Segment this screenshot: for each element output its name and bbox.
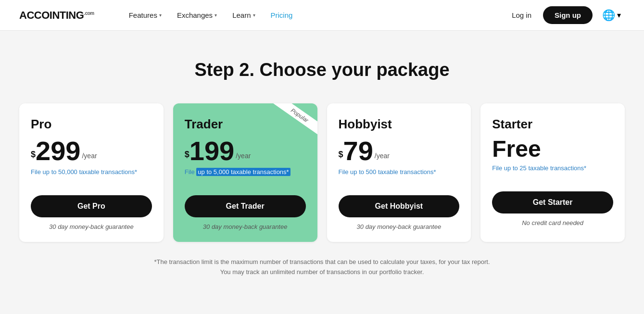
signup-button[interactable]: Sign up	[543, 6, 593, 24]
nav-learn[interactable]: Learn ▾	[227, 7, 261, 23]
nav-exchanges[interactable]: Exchanges ▾	[171, 7, 223, 23]
plan-name-starter: Starter	[492, 117, 613, 132]
chevron-down-icon: ▾	[253, 13, 255, 18]
price-row-hobbyist: $ 79 /year	[339, 138, 460, 164]
brand-dotcom: .com	[84, 10, 94, 15]
get-pro-button[interactable]: Get Pro	[31, 195, 152, 217]
plan-note-pro: 30 day money-back guarantee	[31, 223, 152, 230]
plan-desc-pro: File up to 50,000 taxable transactions*	[31, 168, 152, 186]
price-row-starter: Free	[492, 138, 613, 161]
plan-card-hobbyist: Hobbyist $ 79 /year File up to 500 taxab…	[327, 103, 471, 242]
plan-desc-highlight-trader: up to 5,000 taxable transactions*	[196, 168, 290, 176]
price-currency-hobbyist: $	[339, 150, 343, 160]
price-currency-trader: $	[185, 150, 189, 160]
plan-name-pro: Pro	[31, 117, 152, 132]
plan-note-hobbyist: 30 day money-back guarantee	[339, 223, 460, 230]
globe-icon: 🌐	[602, 9, 615, 22]
nav-pricing[interactable]: Pricing	[265, 7, 299, 23]
price-amount-trader: 199	[189, 138, 234, 164]
price-amount-pro: 299	[36, 138, 80, 164]
login-button[interactable]: Log in	[506, 7, 537, 23]
get-hobbyist-button[interactable]: Get Hobbyist	[339, 195, 460, 217]
plan-name-trader: Trader	[185, 117, 306, 132]
plan-note-trader: 30 day money-back guarantee	[185, 223, 306, 230]
price-period-trader: /year	[236, 152, 251, 160]
price-row-pro: $ 299 /year	[31, 138, 152, 164]
price-row-trader: $ 199 /year	[185, 138, 306, 164]
get-starter-button[interactable]: Get Starter	[492, 191, 613, 214]
pricing-grid: Pro $ 299 /year File up to 50,000 taxabl…	[19, 103, 625, 242]
get-trader-button[interactable]: Get Trader	[185, 195, 306, 217]
plan-card-trader: Popular Trader $ 199 /year File up to 5,…	[173, 103, 317, 242]
plan-note-starter: No credit card needed	[492, 219, 613, 226]
main-content: Step 2. Choose your package Pro $ 299 /y…	[0, 31, 644, 297]
price-amount-starter: Free	[492, 138, 541, 161]
language-selector[interactable]: 🌐 ▾	[598, 7, 625, 24]
page-title: Step 2. Choose your package	[19, 60, 625, 80]
nav-actions: Log in Sign up 🌐 ▾	[506, 6, 625, 24]
plan-desc-trader: File up to 5,000 taxable transactions*	[185, 168, 306, 186]
nav-features[interactable]: Features ▾	[123, 7, 167, 23]
price-currency-pro: $	[31, 150, 36, 160]
footnote: *The transaction limit is the maximum nu…	[154, 257, 491, 277]
chevron-down-icon: ▾	[617, 11, 621, 20]
price-period-hobbyist: /year	[375, 152, 390, 160]
plan-desc-hobbyist: File up to 500 taxable transactions*	[339, 168, 460, 186]
price-amount-hobbyist: 79	[343, 138, 373, 164]
chevron-down-icon: ▾	[215, 13, 217, 18]
chevron-down-icon: ▾	[159, 13, 162, 18]
navbar: ACCOINTING.com Features ▾ Exchanges ▾ Le…	[0, 0, 644, 31]
plan-card-starter: Starter Free File up to 25 taxable trans…	[480, 103, 625, 242]
plan-card-pro: Pro $ 299 /year File up to 50,000 taxabl…	[19, 103, 164, 242]
plan-name-hobbyist: Hobbyist	[339, 117, 460, 132]
brand-coin: O	[41, 9, 50, 21]
nav-links: Features ▾ Exchanges ▾ Learn ▾ Pricing	[123, 7, 506, 23]
brand-logo[interactable]: ACCOINTING.com	[19, 9, 94, 22]
plan-desc-starter: File up to 25 taxable transactions*	[492, 164, 613, 182]
price-period-pro: /year	[82, 152, 97, 160]
